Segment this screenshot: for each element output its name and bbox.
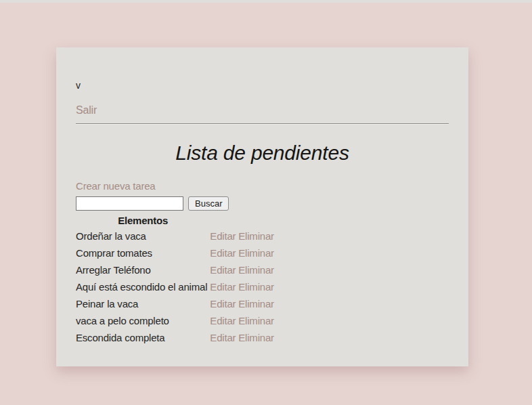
item-label: Escondida completa xyxy=(76,329,210,346)
delete-link[interactable]: Eliminar xyxy=(238,332,274,343)
edit-link[interactable]: Editar xyxy=(210,281,236,293)
edit-link[interactable]: Editar xyxy=(210,298,236,310)
table-row: Comprar tomates Editar Eliminar xyxy=(76,244,274,261)
delete-link[interactable]: Eliminar xyxy=(238,298,274,310)
user-indicator: v xyxy=(76,80,449,91)
table-row: vaca a pelo completo Editar Eliminar xyxy=(76,312,274,329)
delete-link[interactable]: Eliminar xyxy=(238,230,274,242)
table-row: Escondida completa Editar Eliminar xyxy=(76,329,274,346)
item-actions: Editar Eliminar xyxy=(210,278,274,295)
item-label: Arreglar Teléfono xyxy=(76,261,210,278)
items-header-actions xyxy=(210,214,274,228)
table-row: Aquí está escondido el animal Editar Eli… xyxy=(76,278,274,295)
item-label: vaca a pelo completo xyxy=(76,312,210,329)
table-row: Peinar la vaca Editar Eliminar xyxy=(76,295,274,312)
edit-link[interactable]: Editar xyxy=(210,332,236,343)
todo-card: v Salir Lista de pendientes Crear nueva … xyxy=(56,47,468,366)
delete-link[interactable]: Eliminar xyxy=(238,264,274,276)
header-divider xyxy=(76,123,449,125)
edit-link[interactable]: Editar xyxy=(210,247,236,259)
item-actions: Editar Eliminar xyxy=(210,295,274,312)
top-strip xyxy=(0,0,532,3)
item-label: Peinar la vaca xyxy=(76,295,210,312)
item-actions: Editar Eliminar xyxy=(210,261,274,278)
edit-link[interactable]: Editar xyxy=(210,264,236,276)
items-table-body: Ordeñar la vaca Editar Eliminar Comprar … xyxy=(76,228,274,346)
item-actions: Editar Eliminar xyxy=(210,244,274,261)
edit-link[interactable]: Editar xyxy=(210,230,236,242)
table-row: Ordeñar la vaca Editar Eliminar xyxy=(76,228,274,244)
item-actions: Editar Eliminar xyxy=(210,228,274,244)
logout-link[interactable]: Salir xyxy=(76,104,97,116)
item-label: Aquí está escondido el animal xyxy=(76,278,210,295)
delete-link[interactable]: Eliminar xyxy=(238,315,274,326)
items-header-row: Elementos xyxy=(76,214,274,228)
item-actions: Editar Eliminar xyxy=(210,312,274,329)
card-content: v Salir Lista de pendientes Crear nueva … xyxy=(56,47,468,346)
delete-link[interactable]: Eliminar xyxy=(238,247,274,259)
items-header: Elementos xyxy=(76,214,210,228)
search-input[interactable] xyxy=(76,196,183,211)
item-label: Comprar tomates xyxy=(76,244,210,261)
table-row: Arreglar Teléfono Editar Eliminar xyxy=(76,261,274,278)
page-title: Lista de pendientes xyxy=(76,138,449,168)
edit-link[interactable]: Editar xyxy=(210,315,236,326)
delete-link[interactable]: Eliminar xyxy=(238,281,274,293)
items-table: Elementos Ordeñar la vaca Editar Elimina… xyxy=(76,214,274,346)
search-button[interactable]: Buscar xyxy=(188,196,229,211)
search-row: Buscar xyxy=(76,196,449,211)
create-task-link[interactable]: Crear nueva tarea xyxy=(76,180,156,192)
item-actions: Editar Eliminar xyxy=(210,329,274,346)
item-label: Ordeñar la vaca xyxy=(76,228,210,244)
